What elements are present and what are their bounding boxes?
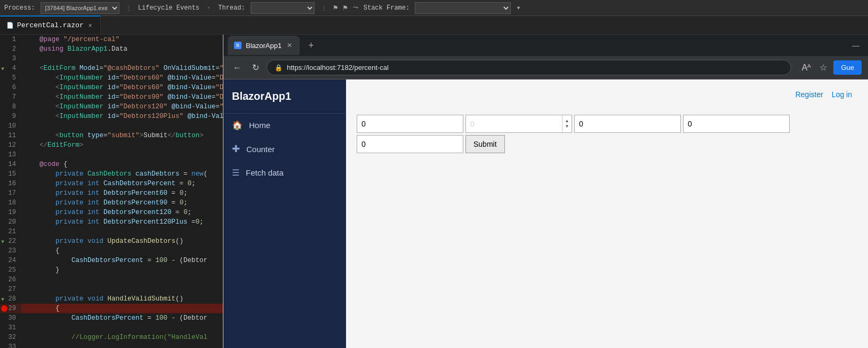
sidebar-item-home[interactable]: 🏠 Home <box>223 114 346 137</box>
line-num-31: 31 <box>0 323 21 333</box>
line-num-9: 9 <box>0 112 21 121</box>
line-num-27: 27 <box>0 284 21 294</box>
browser-content: BlazorApp1 🏠 Home ✚ Counter ☰ Fetch data… <box>223 80 868 348</box>
line-num-6: 6 <box>0 83 21 92</box>
line-num-29: 29 <box>0 304 21 313</box>
reload-button[interactable]: ↻ <box>249 60 262 75</box>
lifecycle-label: Lifecycle Events <box>138 4 199 12</box>
line-num-13: 13 <box>0 150 21 160</box>
login-link[interactable]: Log in <box>832 90 852 99</box>
line-num-28: ▼28 <box>0 294 21 304</box>
process-label: Process: <box>4 4 35 12</box>
blazor-brand: BlazorApp1 <box>223 80 346 114</box>
tab-close-button[interactable]: × <box>87 21 94 30</box>
line-num-19: 19 <box>0 208 21 217</box>
line-num-15: 15 <box>0 169 21 179</box>
sidebar-item-counter[interactable]: ✚ Counter <box>223 137 346 161</box>
spinner-up-button[interactable]: ▲ <box>565 118 570 124</box>
flag2-icon: ⚑ <box>343 3 347 12</box>
thread-label: Thread: <box>218 4 245 12</box>
address-bar[interactable]: 🔒 https://localhost:7182/percent-cal <box>267 60 791 75</box>
line-num-23: 23 <box>0 246 21 256</box>
tab-filename: PercentCal.razor <box>17 21 84 29</box>
browser-tab-name: BlazorApp1 <box>246 42 282 50</box>
sidebar-counter-label: Counter <box>246 145 275 154</box>
sidebar-item-fetch-data[interactable]: ☰ Fetch data <box>223 161 346 184</box>
home-icon: 🏠 <box>232 120 243 130</box>
line-num-17: 17 <box>0 188 21 198</box>
accessibility-button[interactable]: Aᴬ <box>800 60 814 75</box>
line-num-10: 10 <box>0 121 21 131</box>
line-num-16: 16 <box>0 179 21 188</box>
line-num-12: 12 <box>0 140 21 150</box>
line-num-32: 32 <box>0 333 21 342</box>
spinner-down-button[interactable]: ▼ <box>565 124 570 129</box>
line-num-4: ▼4 <box>0 64 21 73</box>
sign-in-button[interactable]: Gue <box>833 60 862 75</box>
process-select[interactable]: [37844] BlazorApp1.exe <box>41 2 119 14</box>
input-debtors90-value: 0 <box>470 120 475 128</box>
breakpoint-indicator <box>1 305 7 312</box>
line-num-18: 18 <box>0 198 21 208</box>
stack-frame-select[interactable] <box>415 2 511 14</box>
line-num-30: 30 <box>0 313 21 323</box>
toolbar-separator-2: ▾ <box>207 4 211 12</box>
top-toolbar: Process: [37844] BlazorApp1.exe | Lifecy… <box>0 0 868 16</box>
new-tab-button[interactable]: + <box>304 38 318 53</box>
line-num-14: 14 <box>0 160 21 169</box>
step-icon: ⤳ <box>353 4 358 12</box>
sidebar-home-label: Home <box>249 121 270 130</box>
file-tab[interactable]: 📄 PercentCal.razor × <box>0 15 101 34</box>
toolbar-separator-1: | <box>127 4 131 12</box>
favorites-button[interactable]: ☆ <box>817 60 829 75</box>
line-num-5: 5 <box>0 73 21 83</box>
blazor-sidebar: BlazorApp1 🏠 Home ✚ Counter ☰ Fetch data <box>223 80 346 348</box>
nav-right-icons: Aᴬ ☆ Gue <box>800 60 862 75</box>
line-num-2: 2 <box>0 44 21 54</box>
browser-tab-close-button[interactable]: ✕ <box>286 41 293 50</box>
input-debtors90-spinner[interactable]: 0 ▲ ▼ <box>465 115 572 133</box>
tab-bar: 📄 PercentCal.razor × <box>0 16 868 35</box>
address-text: https://localhost:7182/percent-cal <box>287 64 389 72</box>
browser-titlebar: B BlazorApp1 ✕ + — <box>223 35 868 56</box>
line-num-20: 20 <box>0 217 21 227</box>
form-row-2: Submit <box>357 135 857 153</box>
submit-button[interactable]: Submit <box>465 135 505 153</box>
browser-minimize-button[interactable]: — <box>848 39 864 52</box>
counter-icon: ✚ <box>232 143 240 155</box>
line-num-7: 7 <box>0 92 21 102</box>
dropdown-icon: ▾ <box>516 3 520 12</box>
thread-select[interactable] <box>251 2 315 14</box>
line-num-8: 8 <box>0 102 21 112</box>
line-num-33: 33 <box>0 342 21 348</box>
blazor-main-content: Register Log in 0 ▲ ▼ <box>346 80 868 348</box>
line-num-24: 24 <box>0 256 21 265</box>
input-debtors120[interactable] <box>574 115 681 133</box>
line-num-3: 3 <box>0 54 21 64</box>
browser-window: B BlazorApp1 ✕ + — ← ↻ 🔒 https://localho… <box>223 35 868 348</box>
header-links: Register Log in <box>357 90 857 99</box>
sidebar-fetchdata-label: Fetch data <box>246 168 284 177</box>
line-num-26: 26 <box>0 275 21 284</box>
flag-icon: ⚑ <box>333 3 337 12</box>
line-num-11: 11 <box>0 131 21 140</box>
browser-navbar: ← ↻ 🔒 https://localhost:7182/percent-cal… <box>223 56 868 80</box>
form-row-1: 0 ▲ ▼ <box>357 115 857 133</box>
register-link[interactable]: Register <box>795 90 823 99</box>
line-num-25: 25 <box>0 265 21 275</box>
razor-file-icon: 📄 <box>6 22 14 29</box>
input-debtors120plus[interactable] <box>683 115 790 133</box>
input-debtors60[interactable] <box>357 115 463 133</box>
line-num-22: ▼22 <box>0 236 21 246</box>
fetch-data-icon: ☰ <box>232 168 239 178</box>
stack-frame-label: Stack Frame: <box>364 4 409 12</box>
line-num-1: 1 <box>0 35 21 44</box>
main-area: 1 @page "/percent-cal" 2 @using BlazorAp… <box>0 35 868 348</box>
back-button[interactable]: ← <box>230 61 245 75</box>
input-cash-debtors-pct[interactable] <box>357 135 463 153</box>
line-num-21: 21 <box>0 227 21 236</box>
lock-icon: 🔒 <box>275 64 283 72</box>
browser-favicon: B <box>234 42 242 49</box>
browser-tab[interactable]: B BlazorApp1 ✕ <box>228 36 300 55</box>
toolbar-separator-3: | <box>322 4 326 12</box>
